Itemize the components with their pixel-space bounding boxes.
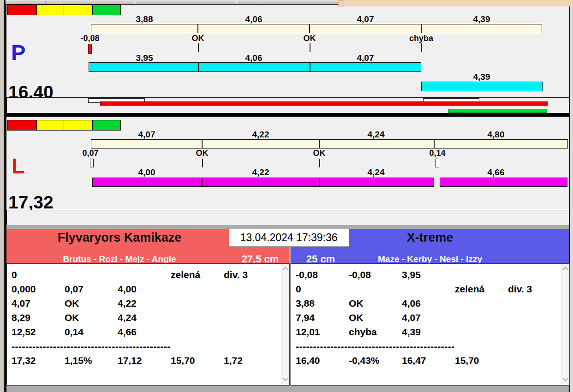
lane-p-ruler-bar	[91, 24, 542, 33]
lane-p-status-label: OK	[170, 34, 226, 43]
result-cell: 0,14	[65, 327, 118, 338]
result-row: 4,07OK4,22	[12, 296, 277, 310]
lane-l-status-label: 0,07	[63, 148, 118, 158]
result-cell: chyba	[349, 327, 402, 338]
result-row: 0zelenádiv. 3	[12, 267, 277, 282]
legend-red-swatch	[7, 5, 37, 15]
team-right-results-area[interactable]: -0,08-0,083,95 0zelenádiv. 3 3,88OK4,06 …	[291, 263, 570, 386]
result-cell: zelená	[455, 284, 508, 295]
lane-l-ruler-bar	[91, 139, 568, 148]
slot-tick-white	[90, 159, 94, 167]
scroll-up-icon[interactable]	[282, 267, 288, 273]
scrollbar[interactable]	[281, 264, 289, 384]
progress-notch	[8, 211, 8, 214]
scroll-down-icon[interactable]	[562, 375, 568, 381]
team-right-results: -0,08-0,083,95 0zelenádiv. 3 3,88OK4,06 …	[296, 267, 561, 368]
team-left-name: Flyvaryors Kamikaze	[6, 231, 233, 244]
lane-l-ruler-label: 4,22	[233, 130, 288, 140]
right-window-frame	[570, 6, 573, 392]
legend-yellow-swatch	[64, 5, 93, 15]
slot-tick-white	[435, 159, 439, 167]
split-tick	[198, 43, 199, 52]
bar-separator	[198, 63, 199, 71]
lane-p-ruler-label: 4,07	[338, 14, 393, 24]
fault-tick-red	[88, 44, 92, 54]
lane-l-ruler-label: 4,07	[119, 130, 174, 140]
result-cell: 3,95	[402, 269, 455, 280]
result-cell: OK	[349, 312, 402, 323]
bar-separator	[319, 178, 320, 186]
result-row: 0zelenádiv. 3	[296, 282, 561, 296]
total-cell: 16,40	[296, 355, 349, 366]
progress-bar-red	[100, 101, 548, 106]
lane-l-letter: L	[12, 155, 25, 177]
bar-separator	[319, 140, 320, 148]
result-cell: 4,07	[12, 298, 65, 309]
total-cell: 17,32	[12, 355, 65, 366]
lane-p-legend	[8, 5, 121, 14]
lane-p-status-label: -0,08	[62, 34, 118, 43]
app-window: 3,88 4,06 4,07 4,39 -0,08 OK OK chyba 3,…	[0, 0, 573, 392]
bar-separator	[434, 140, 435, 148]
result-cell: 0	[296, 284, 349, 295]
legend-yellow-swatch	[64, 120, 93, 131]
result-cell: OK	[349, 298, 402, 309]
total-cell: 1,15%	[65, 355, 118, 366]
lane-p-run-label: 4,06	[226, 53, 281, 63]
lane-l-progress-track	[6, 210, 569, 226]
result-cell: 4,07	[402, 312, 455, 323]
result-cell: 0,000	[12, 284, 65, 295]
lane-divider	[6, 113, 569, 117]
bar-separator	[421, 24, 422, 33]
lane-p-ruler-label: 4,39	[454, 14, 509, 24]
result-cell: 12,01	[296, 327, 349, 338]
lane-l-status-label: OK	[292, 148, 347, 158]
dashed-separator: ----------------------------------------…	[12, 341, 171, 352]
result-cell: 4,39	[402, 327, 455, 338]
scroll-up-icon[interactable]	[562, 267, 568, 273]
result-cell: div. 3	[224, 269, 277, 280]
bar-separator	[310, 63, 310, 71]
result-cell: 3,88	[296, 298, 349, 309]
result-cell: 0,07	[65, 284, 118, 295]
lane-l-status-label: 0,14	[410, 148, 465, 158]
lane-l-status-label: OK	[174, 148, 230, 158]
dashed-separator: ----------------------------------------…	[296, 341, 455, 352]
total-cell: 15,70	[171, 355, 224, 366]
result-separator-row: ----------------------------------------…	[296, 339, 561, 353]
result-cell: OK	[65, 298, 118, 309]
legend-yellow-swatch	[36, 5, 64, 15]
result-cell: 7,94	[296, 312, 349, 323]
team-left-dogs: Brutus - Rozi - Mejz - Angie	[6, 254, 233, 264]
lane-p-run-bar-2	[421, 82, 543, 91]
scroll-down-icon[interactable]	[282, 375, 288, 381]
lane-l-run-label: 4,66	[468, 167, 524, 178]
result-cell: 4,00	[118, 284, 171, 295]
result-cell: 4,24	[118, 312, 171, 323]
result-cell: 4,66	[118, 327, 171, 338]
lane-l-ruler-label: 4,80	[468, 130, 524, 140]
legend-red-swatch	[7, 120, 37, 131]
lane-p-run-bar	[89, 62, 421, 72]
total-cell: -0,43%	[349, 355, 402, 366]
bar-separator	[202, 140, 203, 148]
result-row: 12,01chyba4,39	[296, 325, 561, 339]
team-left-results-area[interactable]: 0zelenádiv. 3 0,0000,074,00 4,07OK4,22 8…	[6, 263, 290, 386]
scoreboard: Flyvaryors Kamikaze Brutus - Rozi - Mejz…	[6, 225, 569, 392]
lane-p-run-label: 4,39	[454, 72, 509, 82]
lane-p-run-label: 4,07	[338, 53, 393, 63]
result-cell: zelená	[171, 269, 224, 280]
result-cell: div. 3	[508, 284, 561, 295]
total-cell: 1,72	[224, 355, 277, 366]
result-row: 8,29OK4,24	[12, 310, 277, 325]
result-cell: 0	[12, 269, 65, 280]
lane-p-progress-track	[6, 97, 569, 113]
lane-l-run-label: 4,22	[233, 167, 288, 178]
result-row: -0,08-0,083,95	[296, 267, 561, 282]
bar-separator	[202, 178, 203, 186]
result-cell: -0,08	[296, 269, 349, 280]
result-cell: 12,52	[12, 327, 65, 338]
lane-l-total-time: 17,32	[8, 193, 54, 211]
result-cell: -0,08	[349, 269, 402, 280]
scrollbar[interactable]	[561, 264, 569, 384]
